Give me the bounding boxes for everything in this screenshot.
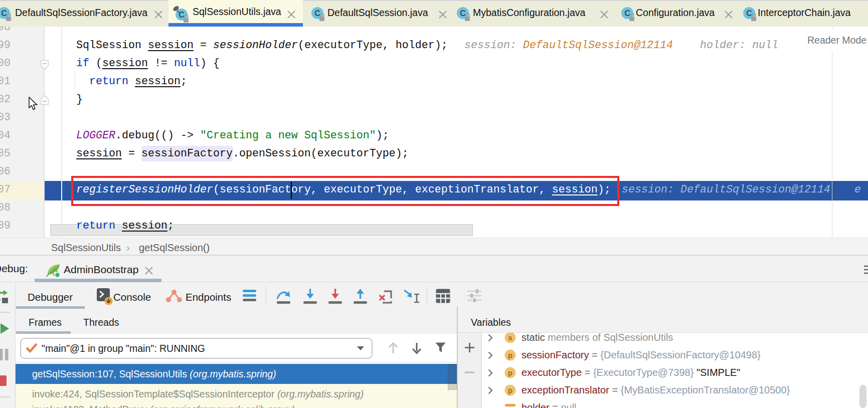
svg-text:C: C (179, 11, 185, 19)
svg-text:p: p (508, 385, 512, 394)
svg-text:p: p (508, 350, 512, 359)
svg-text:C: C (624, 9, 630, 18)
svg-text:C: C (460, 9, 466, 18)
svg-text:C: C (314, 9, 320, 18)
svg-text:C: C (746, 9, 752, 18)
svg-text:C: C (1, 9, 7, 18)
svg-text:s: s (508, 333, 512, 341)
svg-text:p: p (508, 368, 512, 376)
